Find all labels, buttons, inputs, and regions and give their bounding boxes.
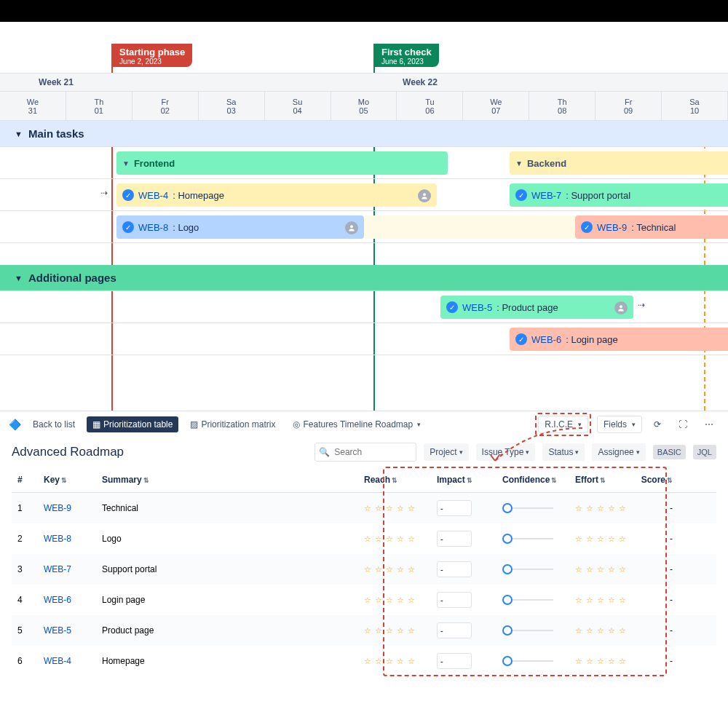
col-effort[interactable]: Effort⇅ [569, 475, 635, 485]
back-to-list-button[interactable]: Back to list [27, 416, 81, 432]
refresh-button[interactable]: ⟳ [648, 416, 667, 432]
confidence-slider[interactable] [502, 625, 553, 636]
cell-effort[interactable]: ☆ ☆ ☆ ☆ ☆ [569, 564, 635, 574]
confidence-slider[interactable] [502, 534, 553, 544]
search-input[interactable] [314, 443, 416, 462]
prioritization-matrix-button[interactable]: ▨Prioritization matrix [184, 416, 281, 432]
basic-mode-button[interactable]: BASIC [653, 445, 686, 459]
assignee-filter[interactable]: Assignee▾ [592, 443, 645, 461]
col-confidence[interactable]: Confidence⇅ [496, 475, 569, 485]
jql-mode-button[interactable]: JQL [693, 445, 716, 459]
table-row[interactable]: 2 WEB-8 Logo ☆ ☆ ☆ ☆ ☆ ☆ ☆ ☆ ☆ ☆ - [12, 523, 716, 554]
cell-reach[interactable]: ☆ ☆ ☆ ☆ ☆ [358, 656, 431, 666]
fields-dropdown[interactable]: Fields▾ [597, 416, 642, 433]
rice-dropdown[interactable]: R.I.C.E▾ [538, 416, 588, 433]
issue-type-filter[interactable]: Issue Type▾ [476, 443, 536, 461]
milestone-date: June 6, 2023 [381, 58, 432, 66]
col-score[interactable]: Score⇅ [635, 475, 678, 485]
impact-input[interactable] [437, 653, 472, 669]
bar-web4[interactable]: ✓ WEB-4 : Homepage [116, 183, 437, 207]
expand-button[interactable]: ⛶ [673, 416, 693, 432]
cell-impact[interactable] [431, 561, 496, 577]
star-rating[interactable]: ☆ ☆ ☆ ☆ ☆ [575, 657, 627, 665]
cell-effort[interactable]: ☆ ☆ ☆ ☆ ☆ [569, 503, 635, 513]
cell-impact[interactable] [431, 653, 496, 669]
cell-confidence[interactable] [496, 656, 569, 666]
star-rating[interactable]: ☆ ☆ ☆ ☆ ☆ [575, 626, 627, 635]
star-rating[interactable]: ☆ ☆ ☆ ☆ ☆ [575, 534, 627, 543]
col-key[interactable]: Key⇅ [38, 475, 96, 485]
cell-confidence[interactable] [496, 595, 569, 605]
impact-input[interactable] [437, 592, 472, 608]
star-rating[interactable]: ☆ ☆ ☆ ☆ ☆ [364, 534, 416, 543]
table-row[interactable]: 1 WEB-9 Technical ☆ ☆ ☆ ☆ ☆ ☆ ☆ ☆ ☆ ☆ - [12, 493, 716, 523]
impact-input[interactable] [437, 531, 472, 547]
star-rating[interactable]: ☆ ☆ ☆ ☆ ☆ [364, 504, 416, 513]
cell-key[interactable]: WEB-5 [38, 625, 96, 636]
cell-reach[interactable]: ☆ ☆ ☆ ☆ ☆ [358, 503, 431, 513]
impact-input[interactable] [437, 622, 472, 638]
cell-impact[interactable] [431, 531, 496, 547]
col-summary[interactable]: Summary⇅ [96, 475, 358, 485]
cell-confidence[interactable] [496, 625, 569, 636]
status-filter[interactable]: Status▾ [542, 443, 585, 461]
cell-key[interactable]: WEB-7 [38, 564, 96, 574]
bar-web9[interactable]: ✓ WEB-9 : Technical [575, 215, 728, 239]
star-rating[interactable]: ☆ ☆ ☆ ☆ ☆ [575, 596, 627, 604]
confidence-slider[interactable] [502, 503, 553, 513]
impact-input[interactable] [437, 561, 472, 577]
cell-impact[interactable] [431, 622, 496, 638]
cell-impact[interactable] [431, 500, 496, 516]
features-timeline-button[interactable]: ◎Features Timeline Roadmap▾ [287, 416, 427, 432]
cell-impact[interactable] [431, 592, 496, 608]
bar-web8[interactable]: ✓ WEB-8 : Logo [116, 215, 364, 239]
milestone-check[interactable]: First check June 6, 2023 [374, 44, 439, 67]
star-rating[interactable]: ☆ ☆ ☆ ☆ ☆ [575, 504, 627, 513]
col-reach[interactable]: Reach⇅ [358, 475, 431, 485]
cell-key[interactable]: WEB-8 [38, 534, 96, 544]
issue-key: WEB-8 [138, 222, 168, 233]
confidence-slider[interactable] [502, 595, 553, 605]
confidence-slider[interactable] [502, 656, 553, 666]
star-rating[interactable]: ☆ ☆ ☆ ☆ ☆ [364, 565, 416, 574]
col-impact[interactable]: Impact⇅ [431, 475, 496, 485]
bar-web7[interactable]: ✓ WEB-7 : Support portal [510, 183, 728, 207]
cell-effort[interactable]: ☆ ☆ ☆ ☆ ☆ [569, 625, 635, 636]
confidence-slider[interactable] [502, 564, 553, 574]
bar-web5[interactable]: ✓ WEB-5 : Product page [440, 296, 633, 319]
cell-reach[interactable]: ☆ ☆ ☆ ☆ ☆ [358, 534, 431, 544]
star-rating[interactable]: ☆ ☆ ☆ ☆ ☆ [364, 657, 416, 665]
bar-frontend[interactable]: ▼ Frontend [116, 151, 448, 175]
table-row[interactable]: 3 WEB-7 Support portal ☆ ☆ ☆ ☆ ☆ ☆ ☆ ☆ ☆… [12, 554, 716, 585]
star-rating[interactable]: ☆ ☆ ☆ ☆ ☆ [364, 596, 416, 604]
cell-score: - [635, 534, 678, 544]
cell-confidence[interactable] [496, 534, 569, 544]
cell-confidence[interactable] [496, 503, 569, 513]
prioritization-table-button[interactable]: ▦Prioritization table [87, 416, 178, 432]
impact-input[interactable] [437, 500, 472, 516]
table-row[interactable]: 6 WEB-4 Homepage ☆ ☆ ☆ ☆ ☆ ☆ ☆ ☆ ☆ ☆ - [12, 646, 716, 676]
cell-reach[interactable]: ☆ ☆ ☆ ☆ ☆ [358, 625, 431, 636]
project-filter[interactable]: Project▾ [424, 443, 468, 461]
cell-reach[interactable]: ☆ ☆ ☆ ☆ ☆ [358, 595, 431, 605]
group-additional-pages[interactable]: ▼ Additional pages [0, 265, 728, 291]
cell-key[interactable]: WEB-4 [38, 656, 96, 666]
group-main-tasks[interactable]: ▼ Main tasks [0, 121, 728, 147]
star-rating[interactable]: ☆ ☆ ☆ ☆ ☆ [575, 565, 627, 574]
cell-effort[interactable]: ☆ ☆ ☆ ☆ ☆ [569, 534, 635, 544]
more-button[interactable]: ⋯ [699, 416, 719, 432]
col-num[interactable]: # [12, 475, 38, 485]
table-row[interactable]: 5 WEB-5 Product page ☆ ☆ ☆ ☆ ☆ ☆ ☆ ☆ ☆ ☆… [12, 615, 716, 646]
table-row[interactable]: 4 WEB-6 Login page ☆ ☆ ☆ ☆ ☆ ☆ ☆ ☆ ☆ ☆ - [12, 585, 716, 615]
cell-key[interactable]: WEB-6 [38, 595, 96, 605]
bar-backend[interactable]: ▼ Backend [510, 151, 728, 175]
bar-web6[interactable]: ✓ WEB-6 : Login page [510, 328, 728, 351]
cell-effort[interactable]: ☆ ☆ ☆ ☆ ☆ [569, 595, 635, 605]
cell-confidence[interactable] [496, 564, 569, 574]
milestone-start[interactable]: Starting phase June 2, 2023 [112, 44, 192, 67]
bar-empty[interactable] [364, 215, 575, 239]
cell-key[interactable]: WEB-9 [38, 503, 96, 513]
cell-reach[interactable]: ☆ ☆ ☆ ☆ ☆ [358, 564, 431, 574]
star-rating[interactable]: ☆ ☆ ☆ ☆ ☆ [364, 626, 416, 635]
cell-effort[interactable]: ☆ ☆ ☆ ☆ ☆ [569, 656, 635, 666]
